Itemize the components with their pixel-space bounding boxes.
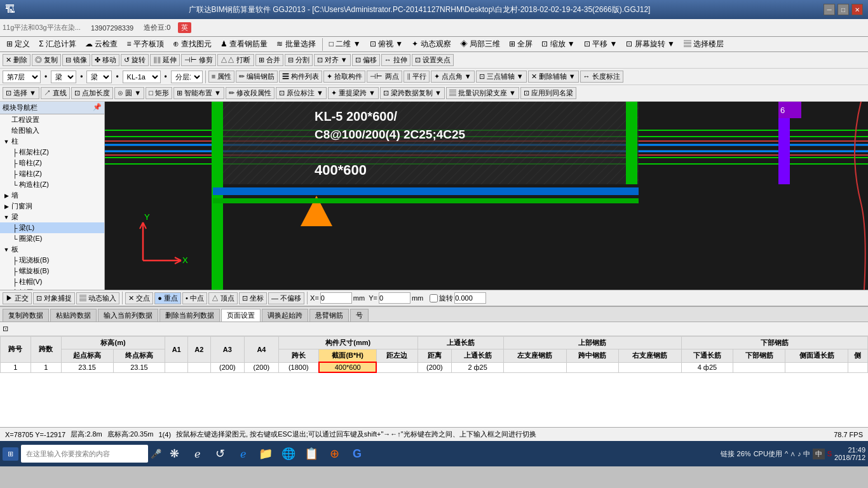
circle-button[interactable]: ⊙ 圆 ▼ (114, 87, 144, 99)
taskbar-icon-folder[interactable]: 📁 (255, 444, 276, 464)
tab-copy-span[interactable]: 复制跨数据 (3, 309, 49, 322)
beam-id-select[interactable]: KL-1a (123, 71, 161, 83)
canvas-area[interactable]: KL-5 200*600/ C8@100/200(4) 2C25;4C25 40… (105, 102, 868, 290)
menu-2d[interactable]: □ 二维 ▼ (325, 37, 365, 51)
minimize-button[interactable]: ─ (824, 4, 835, 15)
cell-span-no[interactable]: 1 (1, 362, 31, 372)
cell-start-elev[interactable]: 23.15 (61, 362, 113, 372)
tab-page-setup[interactable]: 页面设置 (221, 309, 261, 322)
menu-screen-rotate[interactable]: ⊡ 屏幕旋转 ▼ (622, 37, 679, 51)
endpoint-snap[interactable]: ● 重点 (154, 292, 181, 304)
length-label-button[interactable]: ↔ 长度标注 (580, 71, 623, 83)
cell-top-through[interactable]: 2 ф25 (452, 362, 504, 372)
menu-local-3d[interactable]: ◈ 局部三维 (456, 37, 504, 51)
start-button[interactable]: ⊞ (3, 447, 18, 461)
offset-button[interactable]: ⊡ 偏移 (352, 54, 380, 66)
ime-indicator[interactable]: 中 (813, 449, 825, 459)
parallel-button[interactable]: ∥ 平行 (403, 71, 430, 83)
snap-button[interactable]: ⊡ 对象捕捉 (33, 292, 75, 304)
sidebar-item-spiral-slab[interactable]: ├ 螺旋板(B) (0, 266, 104, 276)
cell-side-through[interactable] (785, 362, 848, 372)
batch-identify-button[interactable]: ▤ 批量识别梁支座 ▼ (446, 87, 519, 99)
taskbar-icon-clipboard[interactable]: 📋 (301, 444, 322, 464)
menu-cloud-check[interactable]: ☁ 云检查 (81, 37, 121, 51)
vertex-snap[interactable]: △ 顶点 (208, 292, 238, 304)
edit-rebar-button[interactable]: ✏ 编辑钢筋 (236, 71, 278, 83)
tab-cantilever[interactable]: 悬臂钢筋 (309, 309, 349, 322)
y-input[interactable] (379, 292, 410, 304)
close-button[interactable]: ✕ (851, 4, 863, 15)
tab-paste-span[interactable]: 粘贴跨数据 (50, 309, 97, 322)
menu-pan[interactable]: ⊡ 平移 ▼ (580, 37, 621, 51)
tab-swap-start[interactable]: 调换起始跨 (262, 309, 308, 322)
sidebar-item-slab[interactable]: ▼ 板 (0, 244, 104, 255)
menu-dynamic-obs[interactable]: ✦ 动态观察 (408, 37, 454, 51)
cell-a3[interactable]: (200) (210, 362, 245, 372)
modify-segment-button[interactable]: ✏ 修改段属性 (226, 87, 275, 99)
midpoint-snap[interactable]: • 中点 (182, 292, 207, 304)
sidebar-item-column[interactable]: ▼ 柱 (0, 136, 104, 147)
cell-bot-bar[interactable] (733, 362, 785, 372)
move-button[interactable]: ✤ 移动 (92, 54, 119, 66)
sidebar-item-end-col[interactable]: ├ 端柱(Z) (0, 168, 104, 179)
maximize-button[interactable]: □ (837, 4, 849, 15)
cell-span-count[interactable]: 1 (31, 362, 61, 372)
dynamic-input-button[interactable]: ▤ 动态输入 (76, 292, 119, 304)
rotate-checkbox[interactable] (430, 294, 438, 302)
sidebar-pin[interactable]: 📌 (93, 103, 102, 112)
cell-dist-left[interactable] (376, 362, 417, 372)
menu-top-view[interactable]: ⊡ 俯视 ▼ (366, 37, 407, 51)
trim-button[interactable]: ⊣⊢ 修剪 (181, 54, 216, 66)
extend-button[interactable]: ∥∥ 延伸 (150, 54, 180, 66)
point-length-button[interactable]: ⊡ 点加长度 (71, 87, 113, 99)
menu-batch-select[interactable]: ≋ 批量选择 (273, 37, 319, 51)
cell-left-seat[interactable] (504, 362, 567, 372)
sogou-icon[interactable]: 英 (178, 22, 191, 33)
taskbar-icon-edge2[interactable]: ℯ (233, 444, 253, 464)
sidebar-item-construct-col[interactable]: └ 构造柱(Z) (0, 179, 104, 190)
taskbar-icon-g[interactable]: G (347, 444, 367, 464)
three-point-button[interactable]: ⊡ 三点辅轴 ▼ (476, 71, 527, 83)
sidebar-item-beam-l[interactable]: ├ 梁(L) (0, 222, 104, 233)
beam-type-select[interactable]: 梁 (86, 71, 112, 83)
sidebar-item-cast-slab[interactable]: ├ 现浇板(B) (0, 255, 104, 266)
cell-mid-bar[interactable] (566, 362, 618, 372)
cell-side[interactable] (848, 362, 867, 372)
taskbar-search[interactable] (21, 445, 148, 463)
rotate-button[interactable]: ↺ 旋转 (121, 54, 149, 66)
stretch-button[interactable]: ↔ 拉伸 (381, 54, 410, 66)
cell-span-len[interactable]: (1800) (278, 362, 319, 372)
smart-layout-button[interactable]: ⊞ 智能布置 ▼ (173, 87, 224, 99)
intersection-snap[interactable]: ✕ 交点 (125, 292, 153, 304)
member-list-button[interactable]: ☰ 构件列表 (279, 71, 322, 83)
cell-a4[interactable]: (200) (245, 362, 279, 372)
in-place-label-button[interactable]: ⊡ 原位标注 ▼ (276, 87, 327, 99)
menu-select-floor[interactable]: ▤ 选择楼层 (680, 37, 728, 51)
copy-span-data-button[interactable]: ⊡ 梁跨数据复制 ▼ (380, 87, 445, 99)
cell-right-seat[interactable] (618, 362, 681, 372)
split-button[interactable]: ⊟ 分割 (285, 54, 313, 66)
copy-button[interactable]: ◎ 复制 (32, 54, 61, 66)
taskbar-icon-add[interactable]: ⊕ (324, 444, 344, 464)
mirror-button[interactable]: ⊟ 镜像 (62, 54, 90, 66)
del-aux-button[interactable]: ✕ 删除辅轴 ▼ (528, 71, 579, 83)
cell-a1[interactable] (165, 362, 188, 372)
cell-bot-through[interactable]: 4 ф25 (681, 362, 733, 372)
merge-button[interactable]: ⊞ 合并 (255, 54, 283, 66)
cell-section[interactable]: 400*600 (319, 362, 376, 372)
sidebar-item-wall[interactable]: ▶ 墙 (0, 190, 104, 201)
member-type-select[interactable]: 梁 (51, 71, 76, 83)
orthogonal-button[interactable]: ▶ 正交 (3, 292, 32, 304)
rect-button[interactable]: □ 矩形 (146, 87, 172, 99)
taskbar-icon-task[interactable]: ❋ (164, 444, 184, 464)
x-input[interactable] (320, 292, 352, 304)
menu-find-element[interactable]: ⊕ 查找图元 (169, 37, 215, 51)
no-offset-button[interactable]: — 不偏移 (268, 292, 304, 304)
delete-button[interactable]: ✕ 删除 (3, 54, 31, 66)
tab-number[interactable]: 号 (350, 309, 369, 322)
menu-zoom[interactable]: ⊡ 缩放 ▼ (538, 37, 579, 51)
re-pick-span-button[interactable]: ✦ 重提梁跨 ▼ (328, 87, 379, 99)
grip-button[interactable]: ⊡ 设置夹点 (412, 54, 454, 66)
point-angle-button[interactable]: ✦ 点点角 ▼ (431, 71, 475, 83)
pick-member-button[interactable]: ✦ 拾取构件 (323, 71, 365, 83)
